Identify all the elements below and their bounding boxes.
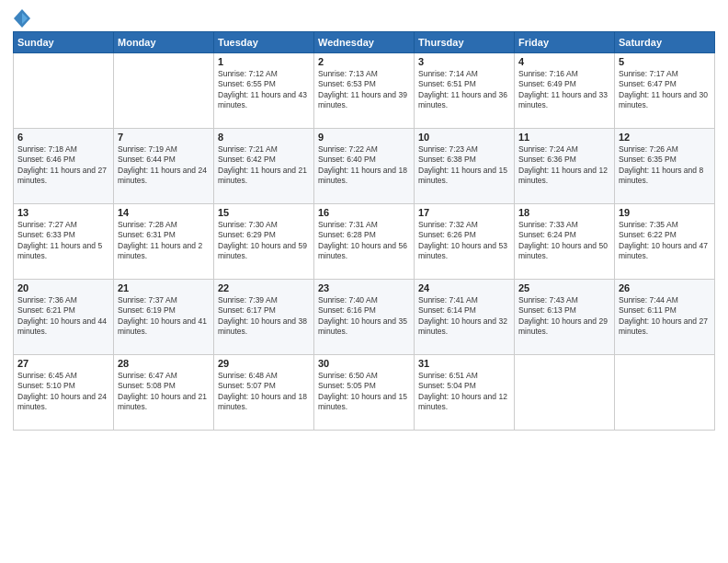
table-cell: 15Sunrise: 7:30 AMSunset: 6:29 PMDayligh… <box>214 204 314 280</box>
table-cell: 17Sunrise: 7:32 AMSunset: 6:26 PMDayligh… <box>415 204 515 280</box>
day-detail: Sunrise: 6:50 AMSunset: 5:05 PMDaylight:… <box>318 371 410 413</box>
day-number: 20 <box>17 282 109 293</box>
table-cell: 1Sunrise: 7:12 AMSunset: 6:55 PMDaylight… <box>214 53 314 129</box>
table-cell <box>615 355 715 431</box>
day-detail: Sunrise: 7:33 AMSunset: 6:24 PMDaylight:… <box>518 220 610 262</box>
day-number: 25 <box>518 282 610 293</box>
table-cell: 25Sunrise: 7:43 AMSunset: 6:13 PMDayligh… <box>515 280 615 355</box>
day-number: 29 <box>218 358 310 369</box>
day-detail: Sunrise: 7:18 AMSunset: 6:46 PMDaylight:… <box>17 144 109 187</box>
day-detail: Sunrise: 7:19 AMSunset: 6:44 PMDaylight:… <box>118 144 210 187</box>
col-tuesday: Tuesday <box>214 32 314 53</box>
day-detail: Sunrise: 7:37 AMSunset: 6:19 PMDaylight:… <box>118 295 210 338</box>
col-monday: Monday <box>114 32 214 53</box>
table-cell: 27Sunrise: 6:45 AMSunset: 5:10 PMDayligh… <box>14 355 114 431</box>
table-cell: 4Sunrise: 7:16 AMSunset: 6:49 PMDaylight… <box>515 53 615 129</box>
day-detail: Sunrise: 7:31 AMSunset: 6:28 PMDaylight:… <box>318 220 410 262</box>
day-number: 9 <box>318 132 410 143</box>
day-number: 24 <box>418 282 510 293</box>
day-detail: Sunrise: 7:40 AMSunset: 6:16 PMDaylight:… <box>318 295 410 338</box>
day-number: 4 <box>518 56 610 67</box>
table-cell: 2Sunrise: 7:13 AMSunset: 6:53 PMDaylight… <box>314 53 415 129</box>
day-detail: Sunrise: 7:23 AMSunset: 6:38 PMDaylight:… <box>418 144 510 187</box>
header <box>13 9 715 24</box>
col-thursday: Thursday <box>415 32 515 53</box>
col-sunday: Sunday <box>14 32 114 53</box>
table-cell: 5Sunrise: 7:17 AMSunset: 6:47 PMDaylight… <box>615 53 715 129</box>
day-number: 18 <box>518 207 610 218</box>
table-cell: 11Sunrise: 7:24 AMSunset: 6:36 PMDayligh… <box>515 129 615 204</box>
day-number: 31 <box>418 358 510 369</box>
calendar-week-row: 6Sunrise: 7:18 AMSunset: 6:46 PMDaylight… <box>14 129 715 204</box>
page-container: Sunday Monday Tuesday Wednesday Thursday… <box>0 0 728 563</box>
table-cell: 20Sunrise: 7:36 AMSunset: 6:21 PMDayligh… <box>14 280 114 355</box>
day-detail: Sunrise: 7:14 AMSunset: 6:51 PMDaylight:… <box>418 69 510 111</box>
day-number: 15 <box>218 207 310 218</box>
day-detail: Sunrise: 6:51 AMSunset: 5:04 PMDaylight:… <box>418 371 510 413</box>
logo-icon <box>14 9 30 28</box>
day-detail: Sunrise: 7:17 AMSunset: 6:47 PMDaylight:… <box>619 69 711 111</box>
calendar-week-row: 13Sunrise: 7:27 AMSunset: 6:33 PMDayligh… <box>14 204 715 280</box>
calendar-table: Sunday Monday Tuesday Wednesday Thursday… <box>13 31 715 431</box>
table-cell: 18Sunrise: 7:33 AMSunset: 6:24 PMDayligh… <box>515 204 615 280</box>
table-cell: 7Sunrise: 7:19 AMSunset: 6:44 PMDaylight… <box>114 129 214 204</box>
table-cell: 9Sunrise: 7:22 AMSunset: 6:40 PMDaylight… <box>314 129 415 204</box>
day-detail: Sunrise: 7:41 AMSunset: 6:14 PMDaylight:… <box>418 295 510 338</box>
day-number: 6 <box>17 132 109 143</box>
table-cell: 29Sunrise: 6:48 AMSunset: 5:07 PMDayligh… <box>214 355 314 431</box>
table-cell <box>515 355 615 431</box>
day-detail: Sunrise: 7:35 AMSunset: 6:22 PMDaylight:… <box>619 220 711 262</box>
table-cell: 13Sunrise: 7:27 AMSunset: 6:33 PMDayligh… <box>14 204 114 280</box>
table-cell: 30Sunrise: 6:50 AMSunset: 5:05 PMDayligh… <box>314 355 415 431</box>
table-cell: 16Sunrise: 7:31 AMSunset: 6:28 PMDayligh… <box>314 204 415 280</box>
table-cell: 23Sunrise: 7:40 AMSunset: 6:16 PMDayligh… <box>314 280 415 355</box>
day-detail: Sunrise: 7:30 AMSunset: 6:29 PMDaylight:… <box>218 220 310 262</box>
calendar-week-row: 27Sunrise: 6:45 AMSunset: 5:10 PMDayligh… <box>14 355 715 431</box>
day-number: 8 <box>218 132 310 143</box>
day-detail: Sunrise: 6:48 AMSunset: 5:07 PMDaylight:… <box>218 371 310 413</box>
day-number: 14 <box>118 207 210 218</box>
col-saturday: Saturday <box>615 32 715 53</box>
col-friday: Friday <box>515 32 615 53</box>
day-number: 23 <box>318 282 410 293</box>
calendar-week-row: 20Sunrise: 7:36 AMSunset: 6:21 PMDayligh… <box>14 280 715 355</box>
day-detail: Sunrise: 7:16 AMSunset: 6:49 PMDaylight:… <box>518 69 610 111</box>
table-cell <box>14 53 114 129</box>
day-detail: Sunrise: 7:12 AMSunset: 6:55 PMDaylight:… <box>218 69 310 111</box>
day-detail: Sunrise: 7:43 AMSunset: 6:13 PMDaylight:… <box>518 295 610 338</box>
day-detail: Sunrise: 7:27 AMSunset: 6:33 PMDaylight:… <box>17 220 109 262</box>
day-detail: Sunrise: 7:24 AMSunset: 6:36 PMDaylight:… <box>518 144 610 187</box>
table-cell: 28Sunrise: 6:47 AMSunset: 5:08 PMDayligh… <box>114 355 214 431</box>
day-detail: Sunrise: 7:28 AMSunset: 6:31 PMDaylight:… <box>118 220 210 262</box>
table-cell: 14Sunrise: 7:28 AMSunset: 6:31 PMDayligh… <box>114 204 214 280</box>
calendar-header-row: Sunday Monday Tuesday Wednesday Thursday… <box>14 32 715 53</box>
table-cell: 6Sunrise: 7:18 AMSunset: 6:46 PMDaylight… <box>14 129 114 204</box>
table-cell: 26Sunrise: 7:44 AMSunset: 6:11 PMDayligh… <box>615 280 715 355</box>
table-cell: 22Sunrise: 7:39 AMSunset: 6:17 PMDayligh… <box>214 280 314 355</box>
day-number: 5 <box>619 56 711 67</box>
day-number: 27 <box>17 358 109 369</box>
day-number: 1 <box>218 56 310 67</box>
table-cell: 24Sunrise: 7:41 AMSunset: 6:14 PMDayligh… <box>415 280 515 355</box>
day-number: 17 <box>418 207 510 218</box>
day-number: 11 <box>518 132 610 143</box>
day-detail: Sunrise: 7:21 AMSunset: 6:42 PMDaylight:… <box>218 144 310 187</box>
day-number: 7 <box>118 132 210 143</box>
day-number: 16 <box>318 207 410 218</box>
day-number: 26 <box>619 282 711 293</box>
day-detail: Sunrise: 7:39 AMSunset: 6:17 PMDaylight:… <box>218 295 310 338</box>
day-detail: Sunrise: 6:47 AMSunset: 5:08 PMDaylight:… <box>118 371 210 413</box>
table-cell: 8Sunrise: 7:21 AMSunset: 6:42 PMDaylight… <box>214 129 314 204</box>
table-cell: 19Sunrise: 7:35 AMSunset: 6:22 PMDayligh… <box>615 204 715 280</box>
table-cell: 21Sunrise: 7:37 AMSunset: 6:19 PMDayligh… <box>114 280 214 355</box>
day-detail: Sunrise: 6:45 AMSunset: 5:10 PMDaylight:… <box>17 371 109 413</box>
day-number: 10 <box>418 132 510 143</box>
day-detail: Sunrise: 7:26 AMSunset: 6:35 PMDaylight:… <box>619 144 711 187</box>
table-cell <box>114 53 214 129</box>
day-number: 19 <box>619 207 711 218</box>
table-cell: 10Sunrise: 7:23 AMSunset: 6:38 PMDayligh… <box>415 129 515 204</box>
calendar-week-row: 1Sunrise: 7:12 AMSunset: 6:55 PMDaylight… <box>14 53 715 129</box>
day-number: 30 <box>318 358 410 369</box>
day-detail: Sunrise: 7:13 AMSunset: 6:53 PMDaylight:… <box>318 69 410 111</box>
day-number: 3 <box>418 56 510 67</box>
